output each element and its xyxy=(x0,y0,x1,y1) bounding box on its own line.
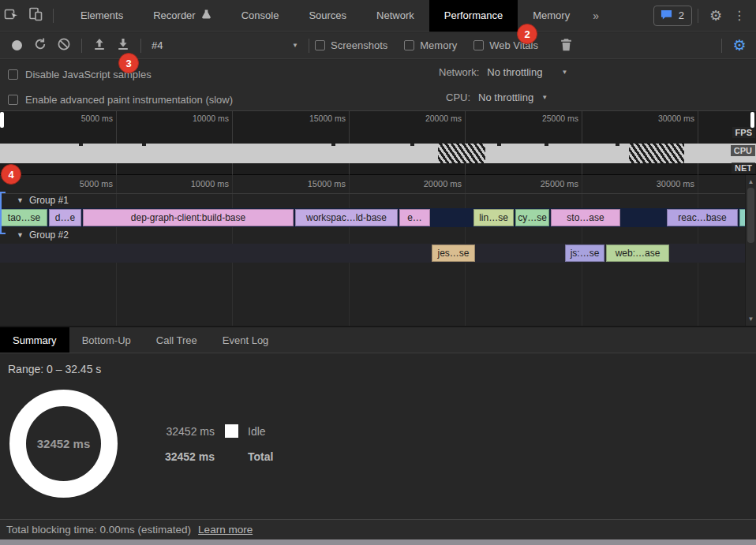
advanced-paint-label: Enable advanced paint instrumentation (s… xyxy=(25,94,233,106)
overview-cpu-activity xyxy=(0,144,756,163)
capture-settings-button[interactable]: ⚙ xyxy=(728,34,751,58)
inspect-element-button[interactable] xyxy=(0,4,24,28)
record-button[interactable] xyxy=(5,34,28,58)
tab-elements[interactable]: Elements xyxy=(65,0,138,32)
more-tabs-button[interactable]: » xyxy=(585,9,607,22)
tab-label: Console xyxy=(241,9,279,21)
capture-options: ScreenshotsMemoryWeb Vitals xyxy=(315,39,555,51)
reload-and-record-button[interactable] xyxy=(28,34,52,58)
divider xyxy=(698,9,698,23)
toolbar-right-controls: ⚙ xyxy=(716,34,756,58)
overview-handle-left[interactable] xyxy=(0,112,4,128)
ruler-tick-label: 20000 ms xyxy=(392,179,462,189)
checkbox[interactable] xyxy=(8,69,18,80)
flame-bar-lin-se[interactable]: lin…se xyxy=(473,209,514,226)
flame-bar-workspac-ld-base[interactable]: workspac…ld-base xyxy=(295,209,398,226)
tab-network[interactable]: Network xyxy=(361,0,429,32)
legend-row-idle: 32452 msIdle xyxy=(152,424,273,439)
issues-count: 2 xyxy=(679,9,684,21)
flame-bar-cy-se[interactable]: cy…se xyxy=(515,209,549,226)
tab-recorder[interactable]: Recorder xyxy=(138,0,226,32)
details-tab-summary[interactable]: Summary xyxy=(0,327,69,353)
clear-recording-button[interactable] xyxy=(52,34,76,58)
cpu-activity-notch xyxy=(142,144,146,146)
tab-sources[interactable]: Sources xyxy=(294,0,361,32)
reload-icon xyxy=(33,37,47,54)
ruler-tick-label: 25000 ms xyxy=(509,179,578,189)
overview-lane-label-net: NET xyxy=(732,162,755,174)
scroll-down-icon[interactable]: ▼ xyxy=(746,315,756,323)
capture-option-label: Memory xyxy=(420,39,457,51)
group-header-group-2[interactable]: ▼Group #2 xyxy=(17,230,69,241)
flame-bar-d-e[interactable]: d…e xyxy=(49,209,81,226)
cpu-throttling-select[interactable]: CPU: No throttling ▼ xyxy=(446,91,548,103)
ruler-tick-label: 10000 ms xyxy=(159,114,229,123)
overview-handle-right[interactable] xyxy=(750,112,754,128)
devtools-menu-button[interactable]: ⋮ xyxy=(728,4,751,28)
network-throttling-label: Network: xyxy=(439,66,479,78)
advanced-paint-option[interactable]: Enable advanced paint instrumentation (s… xyxy=(8,94,233,106)
details-tab-bottom-up[interactable]: Bottom-Up xyxy=(69,327,144,353)
cpu-busy-hatch xyxy=(629,144,684,163)
issues-counter[interactable]: 2 xyxy=(653,6,692,26)
network-throttling-select[interactable]: Network: No throttling ▼ xyxy=(439,66,567,78)
flame-bar-web-ase[interactable]: web:…ase xyxy=(606,245,669,262)
callout-badge-2: 2 xyxy=(517,24,537,44)
garbage-collect-button[interactable] xyxy=(555,34,578,58)
learn-more-link[interactable]: Learn more xyxy=(198,524,253,536)
flame-bar-tao-se[interactable]: tao…se xyxy=(1,209,47,226)
upload-icon xyxy=(92,37,107,54)
checkbox[interactable] xyxy=(315,40,325,50)
legend-value: 32452 ms xyxy=(152,450,215,463)
flame-bar-reac-base[interactable]: reac…base xyxy=(667,209,738,226)
cpu-activity-notch xyxy=(331,144,335,146)
capture-option-memory[interactable]: Memory xyxy=(404,39,457,51)
tabbar-right-controls: 2 ⚙ ⋮ xyxy=(653,4,756,28)
devtools-tabbar: ElementsRecorderConsoleSourcesNetworkPer… xyxy=(0,0,756,32)
checkbox[interactable] xyxy=(473,40,484,50)
chevron-down-icon: ▼ xyxy=(561,69,567,76)
checkbox[interactable] xyxy=(8,95,18,105)
summary-legend: 32452 msIdle32452 msTotal xyxy=(152,424,273,464)
flame-chart[interactable]: 5000 ms10000 ms15000 ms20000 ms25000 ms3… xyxy=(0,175,756,326)
summary-pane: Range: 0 – 32.45 s 32452 ms 32452 msIdle… xyxy=(0,354,756,519)
settings-button[interactable]: ⚙ xyxy=(704,4,728,28)
track-selection-bracket xyxy=(0,192,6,234)
group-header-group-1[interactable]: ▼Group #1 xyxy=(17,195,69,206)
timeline-overview[interactable]: 5000 ms10000 ms15000 ms20000 ms25000 ms3… xyxy=(0,111,756,175)
cpu-activity-notch xyxy=(79,144,83,146)
capture-option-screenshots[interactable]: Screenshots xyxy=(315,39,387,51)
divider xyxy=(140,39,141,53)
scroll-up-icon[interactable]: ▲ xyxy=(746,178,756,185)
flame-bar-sto-ase[interactable]: sto…ase xyxy=(551,209,620,226)
tab-performance[interactable]: Performance xyxy=(429,0,518,32)
devtools-window: ElementsRecorderConsoleSourcesNetworkPer… xyxy=(0,0,756,545)
tab-console[interactable]: Console xyxy=(226,0,294,32)
flame-bar-e[interactable]: e… xyxy=(399,209,430,226)
cpu-activity-notch xyxy=(616,144,619,146)
load-profile-button[interactable] xyxy=(88,34,111,58)
flame-bar-js-se[interactable]: js:…se xyxy=(565,245,604,262)
ruler-tick-label: 25000 ms xyxy=(509,114,578,123)
total-blocking-time-bar: Total blocking time: 0.00ms (estimated) … xyxy=(0,519,756,539)
timeline-scrollbar[interactable]: ▲ ▼ xyxy=(745,175,756,326)
cpu-throttling-label: CPU: xyxy=(446,91,470,103)
checkbox[interactable] xyxy=(404,40,414,50)
legend-label: Idle xyxy=(248,425,266,438)
legend-swatch xyxy=(225,424,238,438)
group-label: Group #1 xyxy=(29,195,69,206)
scrollbar-thumb[interactable] xyxy=(747,188,754,243)
device-toolbar-button[interactable] xyxy=(24,4,47,28)
flame-bar-dep-graph-client-build-base[interactable]: dep-graph-client:build-base xyxy=(83,209,294,226)
divider xyxy=(309,39,309,53)
capture-settings-pane: Disable JavaScript samples Enable advanc… xyxy=(0,60,756,111)
details-tab-event-log[interactable]: Event Log xyxy=(210,327,282,353)
flame-bar-jes-se[interactable]: jes…se xyxy=(432,245,475,262)
ruler-tick-label: 20000 ms xyxy=(392,114,462,123)
divider xyxy=(53,9,54,23)
ruler-tick-label: 15000 ms xyxy=(276,114,346,123)
recording-history-select[interactable]: #4 ▼ xyxy=(147,38,303,53)
details-tab-call-tree[interactable]: Call Tree xyxy=(144,327,210,353)
network-throttling-value: No throttling xyxy=(487,66,542,78)
callout-badge-3: 3 xyxy=(118,53,139,73)
